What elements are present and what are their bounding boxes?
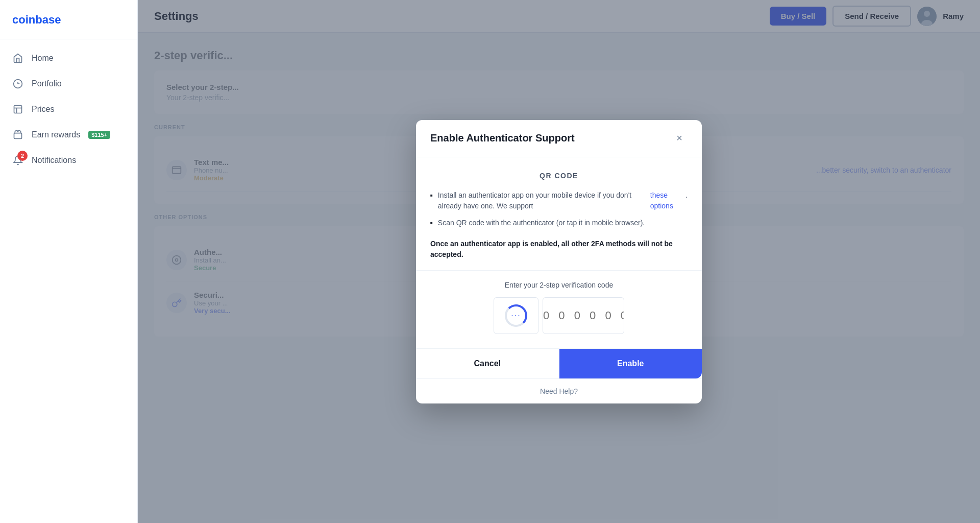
earn-icon [12,129,23,140]
sidebar-logo[interactable]: coinbase [0,0,137,39]
prices-icon [12,104,23,115]
sidebar-item-label-notifications: Notifications [32,156,76,165]
modal-footer: Cancel Enable [416,348,702,378]
sidebar-item-notifications[interactable]: 2 Notifications [0,148,137,173]
sidebar-item-prices[interactable]: Prices [0,97,137,122]
enable-button[interactable]: Enable [559,349,702,378]
sidebar-item-label-home: Home [32,54,54,63]
sidebar-item-portfolio[interactable]: Portfolio [0,71,137,97]
modal-close-button[interactable]: × [671,130,688,147]
instruction-item-2: Scan QR code with the authenticator (or … [430,218,688,228]
portfolio-icon [12,78,23,89]
sidebar-item-label-earn: Earn rewards [32,130,80,139]
spinner-dots: ··· [511,311,521,320]
sidebar-item-label-portfolio: Portfolio [32,79,62,88]
home-icon [12,53,23,64]
these-options-link[interactable]: these options [650,190,680,211]
sidebar-item-home[interactable]: Home [0,45,137,71]
modal-title: Enable Authenticator Support [430,132,575,144]
svg-text:coinbase: coinbase [12,13,61,26]
cancel-button[interactable]: Cancel [416,349,559,378]
sidebar-item-label-prices: Prices [32,105,54,114]
svg-rect-4 [14,106,22,113]
modal-header: Enable Authenticator Support × [416,120,702,157]
enable-authenticator-modal: Enable Authenticator Support × QR CODE I… [416,120,702,403]
svg-rect-7 [14,133,22,139]
loading-spinner: ··· [505,304,527,327]
modal-divider [416,270,702,271]
verification-code-input[interactable] [543,297,624,334]
help-link[interactable]: Need Help? [416,378,702,403]
modal-overlay: Enable Authenticator Support × QR CODE I… [138,0,980,523]
earn-reward-badge: $115+ [88,131,110,139]
verification-inputs: ··· [494,297,624,334]
instruction-item-1: Install an authenticator app on your mob… [430,190,688,211]
qr-code-title: QR CODE [430,172,688,180]
modal-body: QR CODE Install an authenticator app on … [416,157,702,348]
verification-label: Enter your 2-step verification code [505,281,613,289]
sidebar-navigation: Home Portfolio Prices [0,39,137,179]
verification-section: Enter your 2-step verification code ··· [430,281,688,334]
notification-badge: 2 [17,151,28,161]
qr-spinner-box: ··· [494,297,538,334]
sidebar-item-earn-rewards[interactable]: Earn rewards $115+ [0,122,137,148]
main-content: Settings Buy / Sell Send / Receive Ramy … [138,0,980,523]
instruction-list: Install an authenticator app on your mob… [430,190,688,228]
notifications-icon: 2 [12,155,23,166]
sidebar: coinbase Home Portfolio [0,0,138,523]
bold-notice: Once an authenticator app is enabled, al… [430,239,688,260]
